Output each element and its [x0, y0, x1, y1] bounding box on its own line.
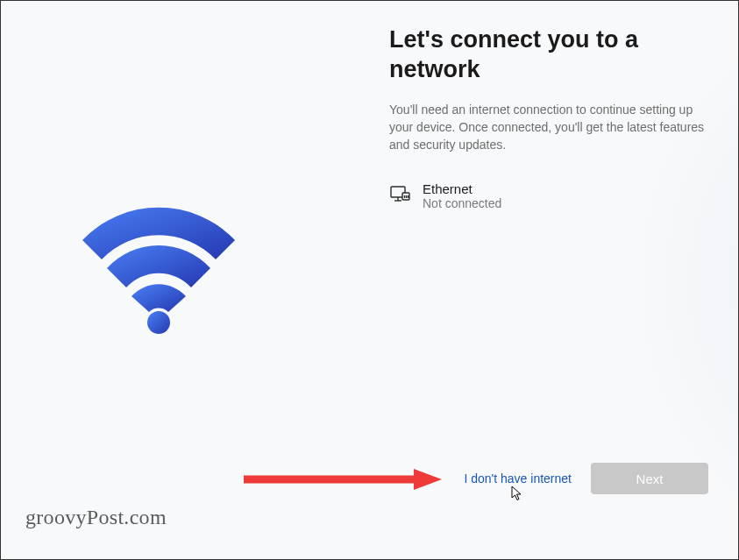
next-button[interactable]: Next [591, 463, 708, 494]
watermark-text: groovyPost.com [25, 506, 167, 529]
page-subtitle: You'll need an internet connection to co… [389, 101, 705, 154]
cursor-icon [511, 486, 523, 501]
footer-area: groovyPost.com I don't have internet Nex… [1, 491, 738, 526]
content-panel: Let's connect you to a network You'll ne… [389, 25, 705, 214]
ethernet-icon [389, 183, 410, 204]
svg-point-0 [147, 311, 170, 334]
skip-internet-link[interactable]: I don't have internet [464, 471, 572, 486]
network-status: Not connected [423, 196, 501, 210]
svg-marker-9 [414, 469, 442, 490]
network-text: Ethernet Not connected [423, 181, 501, 210]
page-title: Let's connect you to a network [389, 25, 705, 85]
network-name: Ethernet [423, 181, 501, 196]
wifi-icon [75, 198, 242, 338]
arrow-annotation [242, 468, 444, 491]
network-item-ethernet[interactable]: Ethernet Not connected [389, 178, 705, 214]
